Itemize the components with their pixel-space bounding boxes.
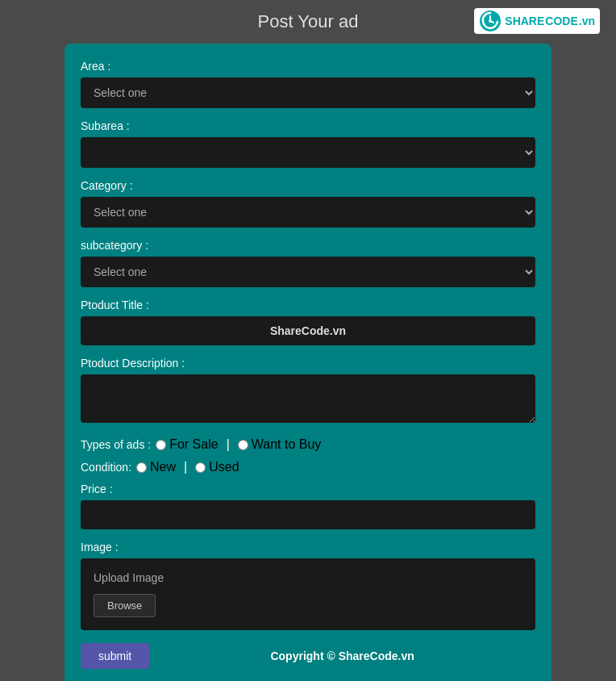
radio-separator: | (227, 437, 230, 452)
for-sale-label: For Sale (169, 437, 218, 452)
logo: SHARECODE.vn (474, 8, 600, 34)
used-radio[interactable] (195, 462, 206, 473)
logo-suffix: .vn (579, 15, 595, 27)
want-to-buy-item: Want to Buy (238, 437, 322, 452)
image-group: Image : Upload Image Browse (81, 541, 535, 630)
page-header: Post Your ad SHARECODE.vn (0, 0, 616, 44)
submit-button[interactable]: submit (81, 643, 149, 669)
types-label: Types of ads : (81, 438, 151, 451)
subcategory-label: subcategory : (81, 239, 535, 252)
price-input[interactable] (81, 500, 535, 529)
logo-icon (479, 10, 502, 32)
upload-box: Upload Image Browse (81, 558, 535, 630)
new-label: New (150, 460, 176, 474)
used-item: Used (195, 460, 239, 474)
subcategory-select[interactable]: Select one (81, 257, 535, 287)
upload-label: Upload Image (94, 571, 522, 584)
category-select[interactable]: Select one (81, 197, 535, 228)
form-container: Area : Select one Subarea : Category : S… (65, 44, 551, 681)
subarea-select[interactable] (81, 137, 535, 168)
types-row: Types of ads : For Sale | Want to Buy (81, 437, 535, 452)
image-label: Image : (81, 541, 535, 554)
want-to-buy-radio[interactable] (238, 440, 248, 450)
category-label: Category : (81, 179, 535, 192)
price-group: Price : (81, 483, 535, 529)
subarea-group: Subarea : (81, 119, 535, 168)
area-select[interactable]: Select one (81, 77, 535, 108)
logo-share: SHARE (505, 15, 544, 27)
product-desc-group: Ptoduct Description : (81, 357, 535, 426)
logo-text: SHARECODE.vn (505, 15, 595, 27)
new-item: New (136, 460, 176, 474)
subarea-label: Subarea : (81, 119, 535, 132)
product-desc-input[interactable] (81, 374, 535, 423)
logo-code: CODE (544, 15, 578, 27)
for-sale-radio[interactable] (156, 440, 166, 450)
condition-row: Condition: New | Used (81, 460, 535, 474)
product-title-input[interactable] (81, 316, 535, 345)
area-label: Area : (81, 60, 535, 73)
for-sale-item: For Sale (156, 437, 218, 452)
used-label: Used (209, 460, 239, 474)
product-title-label: Ptoduct Title : (81, 299, 535, 311)
price-label: Price : (81, 483, 535, 495)
form-footer: submit Copyright © ShareCode.vn (81, 643, 535, 669)
category-group: Category : Select one (81, 179, 535, 228)
condition-label: Condition: (81, 461, 131, 474)
new-radio[interactable] (136, 462, 147, 473)
product-title-group: Ptoduct Title : (81, 299, 535, 345)
browse-button[interactable]: Browse (94, 594, 156, 617)
subcategory-group: subcategory : Select one (81, 239, 535, 287)
area-group: Area : Select one (81, 60, 535, 108)
svg-point-1 (489, 19, 492, 23)
copyright-text: Copyright © ShareCode.vn (149, 650, 535, 662)
page-title: Post Your ad (258, 11, 359, 32)
product-desc-label: Ptoduct Description : (81, 357, 535, 370)
want-to-buy-label: Want to Buy (252, 437, 322, 452)
condition-separator: | (184, 460, 187, 474)
